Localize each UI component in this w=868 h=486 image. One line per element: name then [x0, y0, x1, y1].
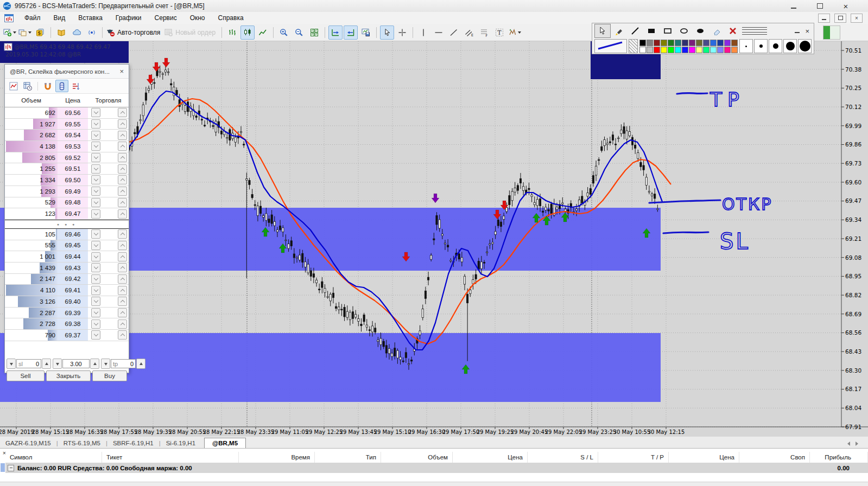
- palette-color-swatch[interactable]: [682, 47, 688, 53]
- dom-buy-limit-button[interactable]: [118, 164, 127, 174]
- dom-buy-limit-button[interactable]: [118, 274, 127, 284]
- toolbox-col-Цена[interactable]: Цена: [453, 452, 528, 463]
- dom-order-type-button[interactable]: [91, 319, 100, 329]
- tab-GAZR-6.19,M15[interactable]: GAZR-6.19,M15: [0, 439, 56, 448]
- dom-price-cell[interactable]: 69.51: [58, 163, 88, 174]
- paint-delete-all-button[interactable]: [725, 24, 741, 38]
- tp-increase-button[interactable]: [136, 359, 145, 369]
- menu-item-Сервис[interactable]: Сервис: [148, 13, 183, 23]
- dom-buy-limit-button[interactable]: [118, 241, 127, 250]
- dom-price-cell[interactable]: 69.37: [58, 330, 88, 341]
- dom-buy-limit-button[interactable]: [118, 153, 127, 162]
- dom-buy-limit-button[interactable]: [118, 330, 127, 340]
- paint-marker-tool[interactable]: [611, 24, 627, 38]
- palette-color-swatch[interactable]: [717, 47, 724, 53]
- close-button[interactable]: ×: [840, 2, 852, 10]
- dom-order-type-button[interactable]: [91, 153, 100, 162]
- dom-order-type-button[interactable]: [91, 229, 100, 239]
- dom-order-type-button[interactable]: [91, 164, 100, 174]
- dom-order-type-button[interactable]: [91, 286, 100, 295]
- signals-button[interactable]: [85, 25, 99, 40]
- paint-close-button[interactable]: ×: [805, 27, 809, 35]
- palette-color-swatch[interactable]: [668, 47, 674, 53]
- dom-price-cell[interactable]: 69.40: [58, 296, 88, 307]
- palette-color-swatch[interactable]: [703, 47, 709, 53]
- palette-color-swatch[interactable]: [661, 40, 667, 46]
- text-tool-button[interactable]: T: [492, 25, 506, 40]
- mdi-restore-button[interactable]: [834, 14, 846, 23]
- tab-scroll-right-icon[interactable]: [856, 442, 860, 446]
- palette-color-swatch[interactable]: [654, 47, 660, 53]
- paint-line-tool[interactable]: [627, 24, 643, 38]
- bars-chart-button[interactable]: [225, 25, 239, 40]
- tab-SBRF-6.19,H1[interactable]: SBRF-6.19,H1: [107, 439, 159, 448]
- dom-price-cell[interactable]: 69.53: [58, 141, 88, 152]
- dom-order-type-button[interactable]: [91, 131, 100, 140]
- palette-color-swatch[interactable]: [689, 47, 695, 53]
- dom-price-cell[interactable]: 69.54: [58, 130, 88, 140]
- dom-order-type-button[interactable]: [91, 175, 100, 184]
- palette-color-swatch[interactable]: [703, 40, 709, 46]
- dom-order-type-button[interactable]: [91, 198, 100, 207]
- paint-thickness-selector[interactable]: [741, 25, 768, 37]
- palette-color-swatch[interactable]: [710, 40, 717, 46]
- dom-order-type-button[interactable]: [91, 209, 100, 219]
- chart-shift-button[interactable]: [344, 25, 358, 40]
- menu-item-Справка[interactable]: Справка: [212, 13, 250, 23]
- toolbox-col-Время[interactable]: Время: [239, 452, 315, 463]
- tp-decrease-button[interactable]: [101, 359, 110, 369]
- palette-color-swatch[interactable]: [731, 47, 738, 53]
- dom-buy-limit-button[interactable]: [118, 297, 127, 306]
- paint-dot-size-button[interactable]: [798, 39, 812, 53]
- dom-close-icon[interactable]: ×: [115, 67, 129, 75]
- mql5-button[interactable]: [54, 25, 68, 40]
- palette-color-swatch[interactable]: [696, 47, 702, 53]
- paint-transparent-swatch[interactable]: [629, 39, 638, 53]
- palette-color-swatch[interactable]: [668, 40, 674, 46]
- dom-price-cell[interactable]: 69.56: [58, 107, 88, 118]
- menu-item-Вставка[interactable]: Вставка: [72, 13, 109, 23]
- trendline-tool-button[interactable]: [447, 25, 461, 40]
- dom-order-type-button[interactable]: [91, 142, 100, 151]
- menu-item-Окно[interactable]: Окно: [183, 13, 212, 23]
- autoscroll-button[interactable]: [328, 25, 343, 40]
- sell-button[interactable]: Sell: [7, 370, 45, 381]
- dom-buy-limit-button[interactable]: [118, 131, 127, 140]
- dom-price-cell[interactable]: 69.42: [58, 274, 88, 285]
- autotrade-button[interactable]: Авто-торговля: [106, 25, 163, 40]
- sl-decrease-button[interactable]: [7, 359, 16, 369]
- dom-table-clock-icon[interactable]: [21, 80, 34, 92]
- profiles-button[interactable]: [18, 25, 32, 40]
- palette-color-swatch[interactable]: [661, 47, 667, 53]
- zoom-in-button[interactable]: [277, 25, 291, 40]
- dom-buy-limit-button[interactable]: [118, 319, 127, 329]
- mdi-minimize-button[interactable]: [818, 14, 830, 23]
- menu-item-Графики[interactable]: Графики: [109, 13, 148, 23]
- sl-increase-button[interactable]: [42, 359, 51, 369]
- paint-filled-rect-tool[interactable]: [643, 24, 660, 38]
- dom-price-cell[interactable]: 69.55: [58, 119, 88, 130]
- palette-color-swatch[interactable]: [696, 40, 702, 46]
- toolbox-col-S / L[interactable]: S / L: [528, 452, 598, 463]
- sl-field[interactable]: sl0: [16, 359, 41, 368]
- dom-price-cell[interactable]: 69.43: [58, 263, 88, 273]
- dom-buy-limit-button[interactable]: [118, 252, 127, 261]
- dom-order-type-button[interactable]: [91, 252, 100, 261]
- palette-color-swatch[interactable]: [731, 40, 738, 46]
- palette-color-swatch[interactable]: [639, 47, 646, 53]
- dom-price-cell[interactable]: 69.52: [58, 152, 88, 163]
- palette-color-swatch[interactable]: [682, 40, 688, 46]
- dom-order-type-button[interactable]: [91, 119, 100, 129]
- paint-dot-size-button[interactable]: [754, 39, 768, 53]
- volume-decrease-button[interactable]: [53, 359, 62, 369]
- paint-eraser-tool[interactable]: [708, 24, 725, 38]
- mdi-close-button[interactable]: ×: [851, 14, 863, 23]
- dom-buy-limit-button[interactable]: [118, 119, 127, 129]
- palette-color-swatch[interactable]: [647, 40, 653, 46]
- fibonacci-tool-button[interactable]: F: [477, 25, 491, 40]
- dom-levels-icon[interactable]: [69, 80, 83, 92]
- objects-arrows-button[interactable]: [508, 25, 522, 40]
- dom-price-cell[interactable]: 69.44: [58, 251, 88, 262]
- volume-field[interactable]: 3.00: [62, 359, 90, 368]
- dom-buy-limit-button[interactable]: [118, 286, 127, 295]
